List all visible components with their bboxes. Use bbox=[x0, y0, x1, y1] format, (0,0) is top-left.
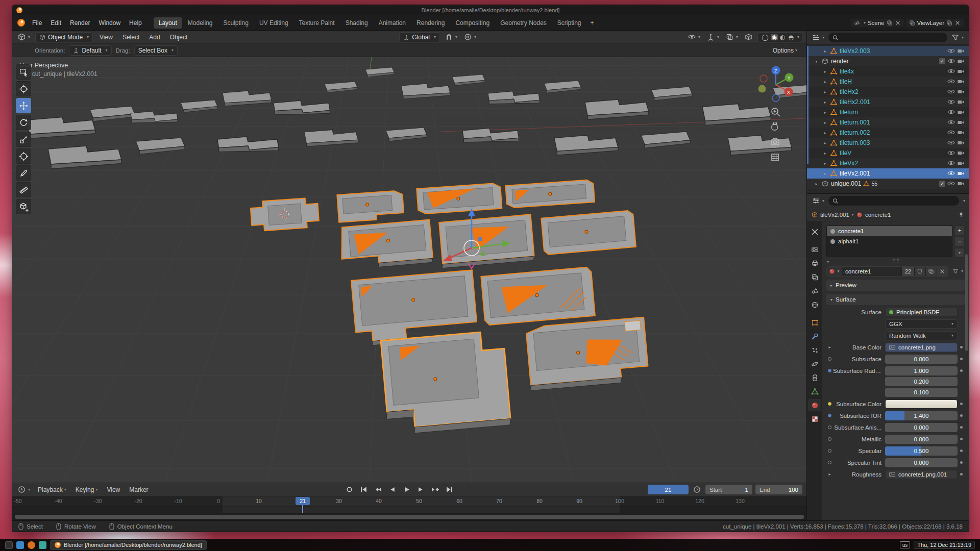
properties-editor-type-button[interactable]: ▾ bbox=[811, 196, 826, 206]
tool-move[interactable] bbox=[16, 98, 31, 113]
camera-icon[interactable] bbox=[957, 47, 965, 55]
camera-icon[interactable] bbox=[957, 68, 965, 75]
expand-arrow[interactable]: ▸ bbox=[826, 472, 833, 477]
menu-help[interactable]: Help bbox=[125, 18, 146, 28]
outliner-search-input[interactable] bbox=[841, 35, 943, 41]
outliner-row[interactable]: ▸tileVx2 bbox=[807, 158, 969, 168]
camera-icon[interactable] bbox=[957, 170, 965, 177]
menu-render[interactable]: Render bbox=[66, 18, 94, 28]
material-slot-active[interactable]: concrete1 bbox=[827, 226, 952, 236]
tool-scale[interactable] bbox=[16, 132, 31, 147]
tab-physics[interactable] bbox=[808, 358, 821, 370]
menu-object[interactable]: Object bbox=[167, 33, 191, 42]
menu-view-3d[interactable]: View bbox=[96, 33, 116, 42]
mode-select[interactable]: Object Mode▾ bbox=[35, 32, 93, 42]
tool-annotate[interactable] bbox=[16, 165, 31, 181]
collection-checkbox[interactable]: ✓ bbox=[939, 58, 945, 64]
workspace-tab-geometry-nodes[interactable]: Geometry Nodes bbox=[495, 17, 552, 29]
pin-icon[interactable] bbox=[958, 212, 964, 218]
add-slot-button[interactable]: + bbox=[954, 226, 965, 235]
fake-user-toggle[interactable] bbox=[914, 267, 925, 276]
eye-icon[interactable] bbox=[947, 119, 955, 126]
workspace-tab-compositing[interactable]: Compositing bbox=[450, 17, 495, 29]
outliner-scrollbar[interactable] bbox=[807, 46, 808, 164]
camera-icon[interactable] bbox=[957, 98, 965, 106]
eye-icon[interactable] bbox=[947, 109, 955, 116]
tab-particles[interactable] bbox=[808, 344, 821, 356]
tool-measure[interactable] bbox=[16, 182, 31, 197]
breadcrumb-object[interactable]: tileVx2.001 bbox=[820, 212, 849, 218]
options-button[interactable]: Options▾ bbox=[770, 46, 800, 55]
taskbar-icon-files[interactable] bbox=[16, 541, 24, 549]
use-preview-range-toggle[interactable] bbox=[692, 485, 702, 494]
tab-object-data[interactable] bbox=[808, 385, 821, 397]
surface-shader-button[interactable]: Principled BSDF bbox=[885, 308, 958, 317]
preview-section-header[interactable]: ▸Preview bbox=[826, 280, 965, 291]
title-bar[interactable]: Blender [/home/amalie/Desktop/blender/ru… bbox=[12, 5, 969, 15]
eye-icon[interactable] bbox=[947, 68, 955, 75]
outliner-row[interactable]: ▸tile4x bbox=[807, 66, 969, 77]
menu-add[interactable]: Add bbox=[146, 33, 163, 42]
tool-add-cube[interactable] bbox=[16, 199, 31, 214]
outliner-row-collection[interactable]: ▾render✓ bbox=[807, 56, 969, 66]
outliner-search[interactable] bbox=[828, 33, 947, 42]
properties-search[interactable] bbox=[828, 196, 959, 206]
timeline-ruler-area[interactable]: -50 -40 -30 -20 -10 0 10 20 30 40 50 60 bbox=[12, 496, 806, 513]
new-view-layer-icon[interactable] bbox=[946, 20, 952, 26]
outliner-row[interactable]: ▸tileHx2 bbox=[807, 87, 969, 97]
timeline-scrollbar-thumb[interactable] bbox=[15, 515, 804, 519]
base-color-texture-button[interactable]: concrete1.png bbox=[885, 343, 958, 352]
distribution-select[interactable]: GGX▾ bbox=[885, 319, 958, 329]
specular-slider[interactable]: 0.500 bbox=[885, 446, 958, 456]
snap-toggle[interactable]: ▾ bbox=[444, 32, 459, 42]
radius-value-2[interactable]: 0.200 bbox=[885, 377, 958, 386]
expand-arrow[interactable]: ▸ bbox=[827, 259, 829, 264]
auto-keying-toggle[interactable] bbox=[344, 485, 355, 494]
eye-icon[interactable] bbox=[947, 47, 955, 55]
workspace-tab-animation[interactable]: Animation bbox=[374, 17, 411, 29]
camera-icon[interactable] bbox=[957, 180, 965, 187]
material-specials-button[interactable]: ▾ bbox=[951, 267, 965, 276]
current-frame-field[interactable]: 21 bbox=[648, 485, 689, 494]
workspace-tab-layout[interactable]: Layout bbox=[154, 17, 182, 29]
view-layer-selector[interactable]: ViewLayer bbox=[906, 19, 964, 27]
xray-toggle[interactable] bbox=[743, 32, 754, 42]
camera-icon[interactable] bbox=[957, 149, 965, 157]
timeline-editor-type-button[interactable]: ▾ bbox=[16, 485, 32, 494]
tab-modifiers[interactable] bbox=[808, 330, 821, 342]
material-name-field[interactable]: concrete1 bbox=[842, 268, 901, 274]
camera-icon[interactable] bbox=[957, 58, 965, 65]
frame-start-field[interactable]: Start1 bbox=[705, 485, 752, 494]
camera-icon[interactable] bbox=[957, 109, 965, 116]
outliner-filter-button[interactable]: ▾ bbox=[950, 33, 965, 42]
eye-icon[interactable] bbox=[947, 149, 955, 157]
taskbar-clock[interactable]: Thu, 12 Dec 21:13:19 bbox=[914, 541, 975, 549]
browse-material-button[interactable]: ▾ bbox=[827, 267, 842, 276]
radius-value-3[interactable]: 0.100 bbox=[885, 388, 958, 397]
tool-transform[interactable] bbox=[16, 148, 31, 164]
workspace-tab-modeling[interactable]: Modeling bbox=[183, 17, 218, 29]
outliner-row[interactable]: ▸tileH bbox=[807, 77, 969, 87]
eye-icon[interactable] bbox=[947, 98, 955, 106]
taskbar-icon-terminal[interactable] bbox=[5, 541, 13, 549]
shading-wireframe-button[interactable]: ◯ bbox=[761, 34, 769, 40]
tool-rotate[interactable] bbox=[16, 115, 31, 130]
eye-icon[interactable] bbox=[947, 58, 955, 65]
outliner-row[interactable]: ▸tileturn bbox=[807, 107, 969, 117]
breadcrumb-material[interactable]: concrete1 bbox=[865, 212, 891, 218]
shading-material-button[interactable]: ◐ bbox=[779, 34, 786, 40]
eye-icon[interactable] bbox=[947, 170, 955, 177]
camera-icon[interactable] bbox=[957, 88, 965, 95]
outliner-row[interactable]: ▸tileturn.001 bbox=[807, 117, 969, 128]
eye-icon[interactable] bbox=[947, 160, 955, 167]
properties-search-input[interactable] bbox=[841, 198, 955, 204]
keyboard-layout-indicator[interactable]: us bbox=[900, 541, 911, 548]
outliner-row[interactable]: ▸tileHx2.001 bbox=[807, 97, 969, 107]
new-scene-icon[interactable] bbox=[887, 20, 893, 26]
tab-view-layer[interactable] bbox=[808, 271, 821, 283]
metallic-slider[interactable]: 0.000 bbox=[885, 435, 958, 444]
camera-icon[interactable] bbox=[957, 119, 965, 126]
tab-scene[interactable] bbox=[808, 285, 821, 297]
outliner-row[interactable]: ▸tileV bbox=[807, 148, 969, 158]
new-material-button[interactable] bbox=[925, 267, 937, 276]
